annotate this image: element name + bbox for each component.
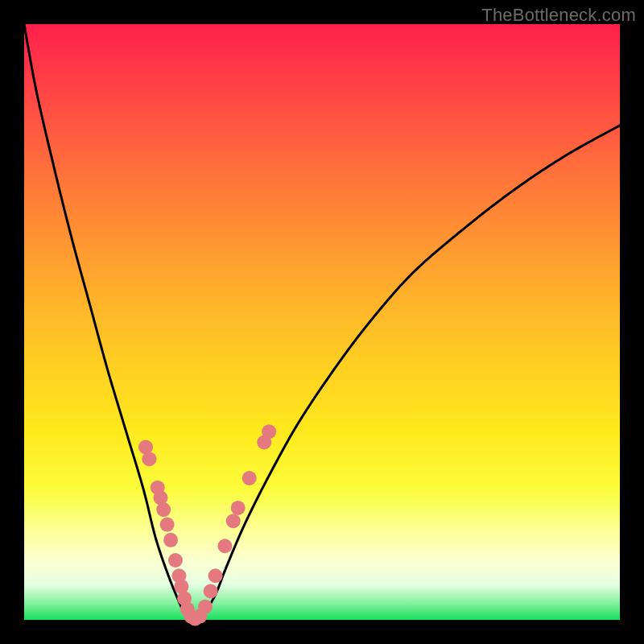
bottleneck-curve-path [24,24,620,620]
data-marker [204,584,218,598]
curve-series [24,24,620,620]
chart-frame: TheBottleneck.com [0,0,644,644]
plot-area [24,24,620,620]
data-marker [231,501,246,515]
data-marker [163,533,178,547]
data-marker [217,539,232,553]
data-marker [242,471,257,485]
data-marker [168,553,183,568]
chart-svg [24,24,620,620]
data-marker [198,600,213,614]
watermark-text: TheBottleneck.com [481,5,636,26]
data-marker [142,452,156,466]
data-marker [226,514,241,528]
data-marker [160,518,175,532]
data-marker [208,568,223,583]
data-marker [262,424,276,439]
marker-series [138,424,276,625]
data-marker [156,502,171,517]
